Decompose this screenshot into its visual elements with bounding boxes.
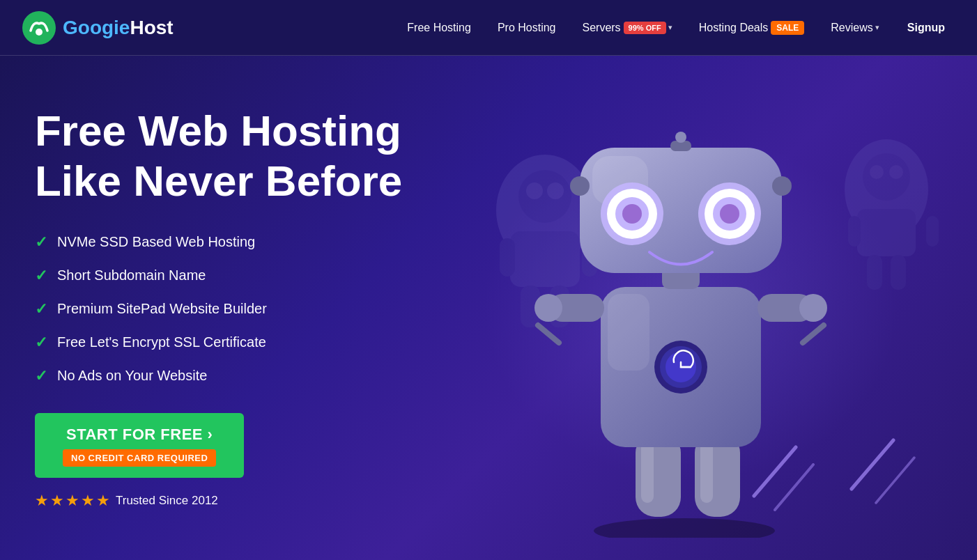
svg-point-0	[22, 11, 56, 45]
feature-text: NVMe SSD Based Web Hosting	[57, 234, 255, 250]
cta-sub-label: NO CREDIT CARD REQUIRED	[63, 449, 216, 467]
svg-point-1	[36, 29, 43, 36]
checkmark-icon: ✓	[35, 367, 47, 385]
feature-text: Short Subdomain Name	[57, 267, 206, 283]
svg-line-23	[876, 458, 914, 503]
svg-line-22	[852, 440, 893, 489]
star-rating: ★★★★★	[35, 492, 111, 510]
svg-point-51	[720, 204, 739, 224]
svg-line-40	[803, 325, 824, 343]
feature-item: ✓ No Ads on Your Website	[35, 367, 439, 385]
feature-item: ✓ Short Subdomain Name	[35, 267, 439, 285]
nav-signup[interactable]: Signup	[896, 16, 956, 40]
svg-point-24	[594, 518, 775, 538]
hosting-deals-badge: SALE	[771, 21, 804, 35]
svg-rect-7	[500, 238, 515, 277]
svg-point-52	[570, 176, 590, 196]
svg-rect-15	[857, 209, 916, 256]
cta-main-label: START FOR FREE ›	[63, 426, 216, 444]
nav-links: Free Hosting Pro Hosting Servers 99% OFF…	[397, 15, 956, 40]
svg-point-55	[675, 132, 686, 143]
logo[interactable]: GoogieHost	[21, 10, 174, 46]
checkmark-icon: ✓	[35, 300, 47, 318]
svg-point-47	[622, 204, 642, 224]
servers-chevron-icon: ▾	[668, 23, 672, 32]
checkmark-icon: ✓	[35, 267, 47, 285]
svg-point-4	[526, 182, 543, 199]
svg-point-39	[799, 294, 827, 322]
features-list: ✓ NVMe SSD Based Web Hosting ✓ Short Sub…	[35, 233, 439, 385]
cta-button[interactable]: START FOR FREE › NO CREDIT CARD REQUIRED	[35, 413, 244, 478]
hero-section: Free Web Hosting Like Never Before ✓ NVM…	[0, 56, 977, 560]
nav-pro-hosting[interactable]: Pro Hosting	[488, 16, 566, 40]
feature-item: ✓ Free Let's Encrypt SSL Certificate	[35, 334, 439, 352]
svg-rect-30	[608, 294, 649, 371]
svg-line-37	[538, 325, 559, 343]
checkmark-icon: ✓	[35, 233, 47, 251]
logo-text: GoogieHost	[63, 17, 174, 39]
hero-title: Free Web Hosting Like Never Before	[35, 106, 439, 205]
robot-illustration	[420, 78, 963, 538]
svg-point-5	[547, 182, 564, 199]
checkmark-icon: ✓	[35, 334, 47, 352]
svg-rect-18	[867, 255, 882, 290]
svg-line-21	[775, 465, 813, 510]
svg-rect-16	[848, 216, 861, 247]
svg-rect-17	[926, 216, 939, 247]
navbar: GoogieHost Free Hosting Pro Hosting Serv…	[0, 0, 977, 56]
nav-free-hosting[interactable]: Free Hosting	[397, 16, 481, 40]
svg-rect-19	[891, 255, 906, 290]
hero-illustration	[439, 92, 942, 524]
trust-text: Trusted Since 2012	[116, 494, 218, 508]
svg-rect-28	[700, 440, 713, 503]
svg-point-12	[863, 153, 910, 201]
feature-text: Free Let's Encrypt SSL Certificate	[57, 334, 266, 350]
svg-point-13	[870, 165, 884, 179]
feature-text: Premium SitePad Website Builder	[57, 301, 267, 317]
nav-hosting-deals[interactable]: Hosting Deals SALE	[689, 15, 815, 40]
svg-point-36	[534, 294, 562, 322]
reviews-chevron-icon: ▾	[875, 23, 879, 32]
servers-badge: 99% OFF	[624, 22, 666, 34]
feature-text: No Ads on Your Website	[57, 368, 207, 384]
svg-line-20	[754, 447, 796, 496]
feature-item: ✓ Premium SitePad Website Builder	[35, 300, 439, 318]
svg-rect-6	[510, 231, 580, 287]
svg-point-53	[772, 176, 792, 196]
nav-servers[interactable]: Servers 99% OFF ▾	[572, 16, 682, 40]
svg-point-14	[889, 165, 903, 179]
nav-reviews[interactable]: Reviews ▾	[821, 16, 888, 40]
svg-rect-27	[641, 440, 654, 503]
hero-left-content: Free Web Hosting Like Never Before ✓ NVM…	[35, 106, 439, 510]
svg-point-3	[518, 170, 571, 223]
trust-row: ★★★★★ Trusted Since 2012	[35, 492, 439, 510]
feature-item: ✓ NVMe SSD Based Web Hosting	[35, 233, 439, 251]
